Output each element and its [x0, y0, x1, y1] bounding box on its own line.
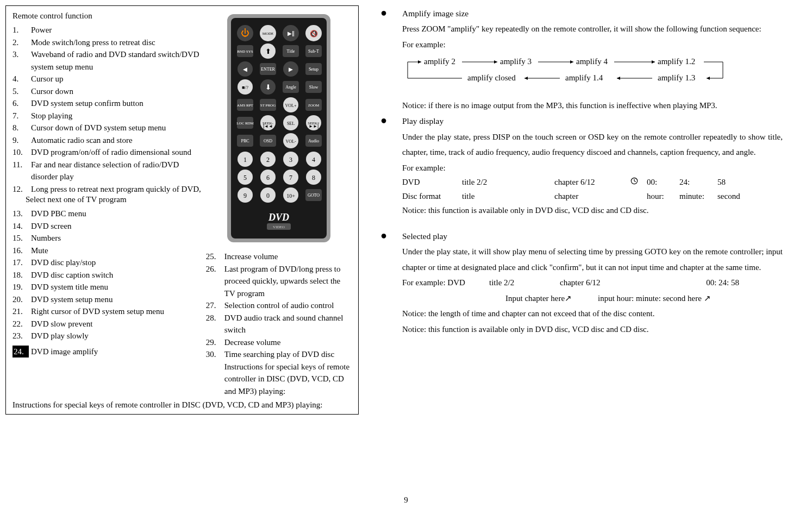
selected-row2: Input chapter here↗input hour: minute: s…: [380, 291, 783, 306]
svg-text:0: 0: [266, 192, 270, 199]
svg-text:Slow: Slow: [309, 85, 318, 90]
svg-text:Setup: Setup: [309, 67, 318, 72]
svg-text:9: 9: [243, 192, 247, 199]
svg-text:▶ǁ: ▶ǁ: [287, 30, 294, 36]
clock-icon: [630, 175, 647, 189]
play-p2: For example:: [380, 160, 783, 176]
svg-text:►: ►: [287, 65, 294, 73]
right-panel: ● Amplify image size Press ZOOM "amplify…: [380, 5, 783, 415]
svg-text:5: 5: [243, 174, 247, 181]
svg-text:🔇: 🔇: [309, 29, 317, 37]
svg-text:⬇: ⬇: [265, 83, 271, 91]
selected-p3: Notice: this function is available only …: [380, 322, 783, 337]
svg-text:amplify 2: amplify 2: [424, 57, 455, 66]
bullet-icon: ●: [380, 113, 402, 129]
remote-title: Remote control function: [13, 11, 202, 21]
play-p3: Notice: this function is available only …: [380, 203, 783, 218]
svg-text:VOL+: VOL+: [285, 103, 296, 108]
svg-text:⏻: ⏻: [241, 28, 249, 37]
svg-text:amplify closed: amplify closed: [467, 73, 516, 82]
amplify-title: Amplify image size: [402, 5, 469, 21]
svg-text:amplify 4: amplify 4: [576, 57, 608, 66]
svg-text:Sub-T: Sub-T: [308, 49, 319, 54]
amplify-p1: Press ZOOM "amplify" key repeatedly on t…: [380, 21, 783, 37]
svg-text:BND SYS: BND SYS: [237, 49, 253, 54]
svg-text:SEL: SEL: [287, 121, 295, 126]
svg-text:4: 4: [312, 156, 315, 164]
left-footer: Instructions for special keys of remote …: [13, 400, 352, 410]
svg-text:DVD: DVD: [268, 212, 289, 223]
left-panel: Remote control function 1.Power 2.Mode s…: [5, 5, 359, 415]
svg-text:ENTER: ENTER: [261, 67, 275, 72]
svg-text:VOL-: VOL-: [285, 139, 296, 144]
svg-text:ST PROG: ST PROG: [260, 103, 276, 108]
svg-text:amplify 1.4: amplify 1.4: [565, 73, 603, 82]
remote-diagram: ⏻ MODE ▶ǁ 🔇 BND SYS ⬆ Title Sub-T ◄ ENTE…: [224, 11, 333, 245]
play-title: Play display: [402, 113, 444, 129]
svg-text:amplify 3: amplify 3: [500, 57, 532, 66]
svg-text:►►ǀ: ►►ǀ: [309, 124, 318, 129]
svg-text:ǀ◄◄: ǀ◄◄: [263, 124, 273, 129]
svg-text:amplify 1.3: amplify 1.3: [658, 73, 695, 82]
svg-text:Angle: Angle: [285, 85, 296, 90]
svg-text:GOTO: GOTO: [308, 193, 320, 198]
svg-text:LOC RDM: LOC RDM: [236, 121, 254, 126]
remote-list-b: 13.DVD PBC menu 14.DVD screen 15.Numbers…: [13, 208, 202, 342]
svg-text:1: 1: [243, 156, 247, 164]
page-number: 9: [0, 496, 812, 505]
play-p1: Under the play state, press DISP on the …: [380, 129, 783, 160]
svg-text:VIDEO: VIDEO: [273, 225, 285, 229]
svg-text:OSD: OSD: [264, 139, 272, 143]
bullet-icon: ●: [380, 5, 402, 21]
remote-list-c: 25.Increase volume 26.Last program of DV…: [206, 250, 352, 397]
svg-text:6: 6: [266, 174, 270, 181]
selected-p1: Under the play state, it will show play …: [380, 244, 783, 275]
svg-text:PBC: PBC: [241, 139, 249, 143]
svg-text:3: 3: [289, 156, 292, 164]
svg-text:ZOOM: ZOOM: [308, 103, 320, 108]
svg-text:■/?: ■/?: [242, 85, 248, 90]
amplify-flow: amplify 2 amplify 3 amplify 4 amplify 1.…: [391, 53, 750, 91]
selected-title: Selected play: [402, 228, 447, 244]
remote-list-a: 1.Power 2.Mode switch/long press to retr…: [13, 24, 202, 195]
bullet-icon: ●: [380, 228, 402, 244]
svg-text:7: 7: [289, 174, 292, 181]
svg-text:AMS RPT: AMS RPT: [237, 103, 253, 108]
svg-text:MODE: MODE: [263, 32, 274, 36]
amplify-p3: Notice: if there is no image output from…: [380, 98, 783, 114]
svg-text:⬆: ⬆: [265, 47, 271, 55]
amplify-p2: For example:: [380, 37, 783, 53]
svg-text:Audio: Audio: [308, 139, 319, 143]
item12-sub: Select next one of TV program: [13, 195, 202, 204]
svg-text:8: 8: [312, 174, 315, 181]
svg-text:◄: ◄: [241, 65, 248, 73]
selected-row1: For example: DVDtitle 2/2chapter 6/1200:…: [380, 275, 783, 291]
svg-text:10+: 10+: [286, 193, 295, 199]
svg-text:Title: Title: [286, 49, 295, 54]
selected-p2: Notice: the length of time and chapter c…: [380, 306, 783, 322]
play-table: DVDtitle 2/2chapter 6/12 00:24:58 Disc f…: [380, 175, 783, 203]
svg-text:amplify 1.2: amplify 1.2: [658, 57, 695, 66]
svg-text:2: 2: [266, 156, 270, 164]
remote-list-24: 24.DVD image amplify: [13, 346, 202, 358]
